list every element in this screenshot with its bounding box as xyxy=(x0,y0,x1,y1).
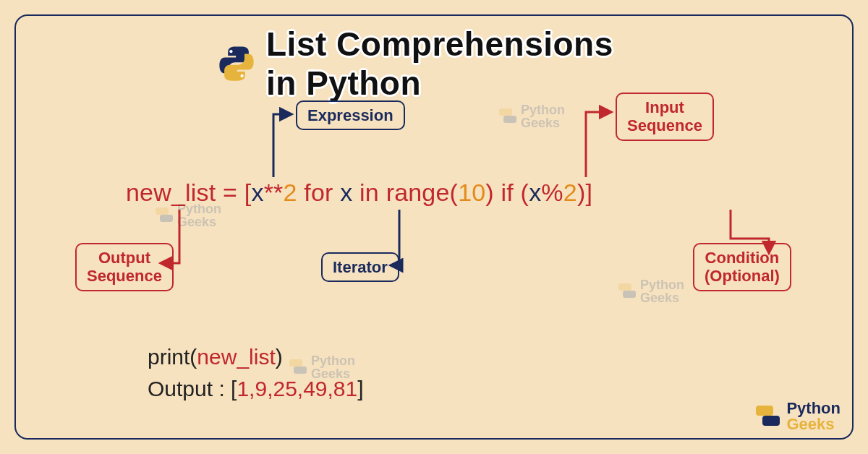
python-geeks-icon xyxy=(156,207,173,223)
code-print-output: print(new_list) Output : [1,9,25,49,81] xyxy=(148,341,364,404)
brand-text-top: Python xyxy=(786,401,841,416)
brand-text-bottom: Geeks xyxy=(786,416,841,432)
page-title: List Comprehensions in Python xyxy=(217,25,651,103)
python-geeks-icon xyxy=(756,406,780,427)
watermark: PythonGeeks xyxy=(499,103,565,129)
label-iterator: Iterator xyxy=(321,252,399,282)
python-logo-icon xyxy=(217,44,256,83)
python-geeks-icon xyxy=(618,283,636,299)
label-condition: Condition (Optional) xyxy=(693,243,791,291)
brand-logo: Python Geeks xyxy=(756,401,841,432)
python-geeks-icon xyxy=(499,108,516,124)
svg-point-0 xyxy=(229,50,232,53)
label-expression: Expression xyxy=(296,100,405,130)
code-comprehension: new_list = [x**2 for x in range(10) if (… xyxy=(126,179,592,207)
label-output-sequence: Output Sequence xyxy=(75,243,174,291)
title-text: List Comprehensions in Python xyxy=(266,25,651,103)
label-input-sequence: Input Sequence xyxy=(616,93,714,141)
svg-point-1 xyxy=(240,74,243,77)
watermark: PythonGeeks xyxy=(618,278,684,304)
